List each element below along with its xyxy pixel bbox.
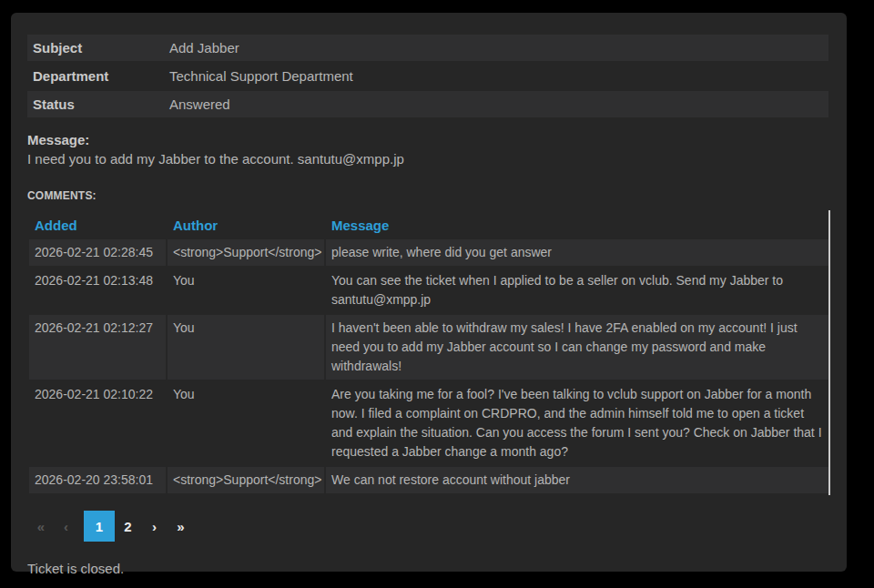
comment-message-cell: I haven't been able to withdraw my sales… — [325, 314, 829, 380]
comment-message-cell: You can see the ticket when I applied to… — [325, 267, 829, 314]
pagination: « ‹ 1 2 › » — [27, 511, 828, 542]
ticket-info-table: Subject Add Jabber Department Technical … — [27, 35, 828, 117]
message-label: Message: — [27, 130, 828, 149]
comment-message-cell: We can not restore account without jabbe… — [325, 466, 829, 494]
comments-table-container: Added Author Message 2026-02-21 02:28:45… — [27, 210, 830, 495]
info-row-subject: Subject Add Jabber — [27, 35, 828, 61]
comment-author-cell: <strong>Support</strong> — [167, 466, 325, 494]
status-label: Status — [27, 96, 166, 112]
pagination-page-1-button[interactable]: 1 — [84, 511, 115, 542]
message-text: I need you to add my Jabber to the accou… — [27, 149, 828, 168]
comment-row: 2026-02-21 02:12:27 You I haven't been a… — [28, 314, 829, 380]
column-header-author[interactable]: Author — [167, 211, 325, 238]
comment-row: 2026-02-21 02:28:45 <strong>Support</str… — [28, 238, 829, 267]
department-label: Department — [27, 68, 166, 84]
comment-author-cell: You — [167, 314, 325, 380]
department-value: Technical Support Department — [166, 68, 353, 84]
comment-author-cell: You — [167, 380, 325, 466]
comment-author-cell: You — [167, 267, 325, 314]
table-scrollbar[interactable] — [828, 210, 830, 495]
comment-message-cell: Are you taking me for a fool? I've been … — [325, 380, 829, 466]
pagination-prev-button: ‹ — [55, 511, 77, 542]
subject-value: Add Jabber — [166, 40, 239, 56]
ticket-closed-status: Ticket is closed. — [27, 561, 828, 576]
comments-header-row: Added Author Message — [28, 211, 829, 238]
comment-row: 2026-02-21 02:10:22 You Are you taking m… — [28, 380, 829, 466]
comment-row: 2026-02-21 02:13:48 You You can see the … — [28, 267, 829, 314]
comment-added-cell: 2026-02-21 02:10:22 — [28, 380, 167, 466]
comment-added-cell: 2026-02-21 02:28:45 — [28, 238, 167, 267]
comments-section-heading: COMMENTS: — [27, 189, 828, 202]
info-row-status: Status Answered — [27, 91, 828, 117]
comment-message-cell: please write, where did you get answer — [325, 238, 829, 267]
column-header-added[interactable]: Added — [28, 211, 167, 238]
comment-added-cell: 2026-02-20 23:58:01 — [28, 466, 167, 494]
pagination-next-button[interactable]: › — [141, 511, 168, 542]
comments-table: Added Author Message 2026-02-21 02:28:45… — [27, 210, 830, 495]
pagination-page-2-button[interactable]: 2 — [115, 511, 141, 542]
comment-author-cell: <strong>Support</strong> — [167, 238, 325, 267]
status-value: Answered — [166, 96, 230, 112]
ticket-message-block: Message: I need you to add my Jabber to … — [27, 130, 828, 168]
comment-added-cell: 2026-02-21 02:12:27 — [28, 314, 167, 380]
info-row-department: Department Technical Support Department — [27, 63, 828, 89]
column-header-message[interactable]: Message — [325, 211, 829, 238]
ticket-panel: Subject Add Jabber Department Technical … — [11, 13, 847, 572]
pagination-last-button[interactable]: » — [168, 511, 194, 542]
comment-added-cell: 2026-02-21 02:13:48 — [28, 267, 167, 314]
pagination-first-button: « — [27, 511, 55, 542]
comment-row: 2026-02-20 23:58:01 <strong>Support</str… — [28, 466, 829, 494]
subject-label: Subject — [27, 40, 166, 56]
